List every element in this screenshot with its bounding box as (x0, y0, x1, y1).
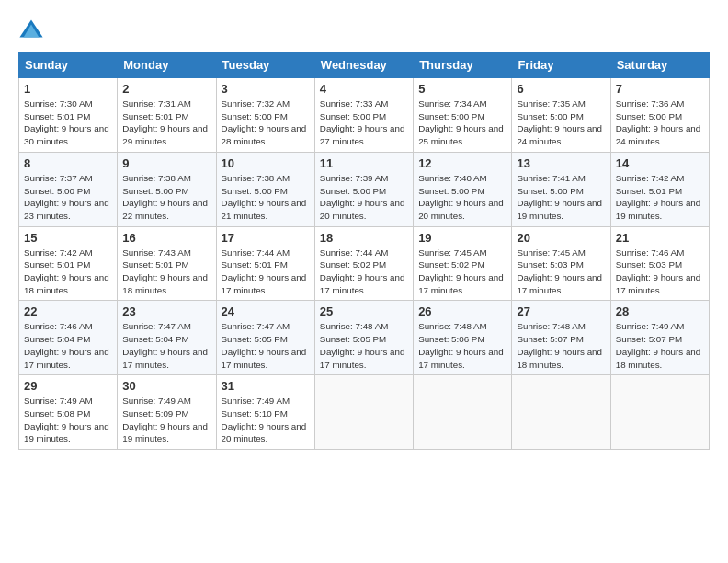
logo (18, 17, 48, 42)
weekday-header-sunday: Sunday (19, 52, 118, 78)
day-info: Sunrise: 7:43 AM Sunset: 5:01 PM Dayligh… (122, 247, 210, 297)
weekday-header-saturday: Saturday (610, 52, 709, 78)
calendar-cell: 10 Sunrise: 7:38 AM Sunset: 5:00 PM Dayl… (216, 152, 314, 226)
day-info: Sunrise: 7:46 AM Sunset: 5:04 PM Dayligh… (24, 320, 112, 371)
day-info: Sunrise: 7:49 AM Sunset: 5:07 PM Dayligh… (616, 320, 704, 371)
week-row-3: 15 Sunrise: 7:42 AM Sunset: 5:01 PM Dayl… (19, 226, 710, 301)
calendar-cell: 30 Sunrise: 7:49 AM Sunset: 5:09 PM Dayl… (118, 375, 216, 450)
day-number: 24 (222, 304, 310, 318)
day-number: 26 (418, 304, 506, 318)
calendar-cell: 4 Sunrise: 7:33 AM Sunset: 5:00 PM Dayli… (314, 78, 413, 153)
day-number: 12 (418, 156, 506, 170)
week-row-1: 1 Sunrise: 7:30 AM Sunset: 5:01 PM Dayli… (19, 78, 710, 153)
day-info: Sunrise: 7:48 AM Sunset: 5:07 PM Dayligh… (517, 320, 605, 371)
day-number: 18 (320, 231, 408, 245)
day-info: Sunrise: 7:46 AM Sunset: 5:03 PM Dayligh… (616, 247, 704, 297)
calendar-cell: 28 Sunrise: 7:49 AM Sunset: 5:07 PM Dayl… (610, 301, 709, 375)
day-number: 17 (222, 231, 310, 245)
calendar-cell: 21 Sunrise: 7:46 AM Sunset: 5:03 PM Dayl… (610, 226, 709, 301)
day-info: Sunrise: 7:49 AM Sunset: 5:09 PM Dayligh… (122, 395, 210, 445)
calendar-cell: 31 Sunrise: 7:49 AM Sunset: 5:10 PM Dayl… (216, 375, 314, 450)
day-number: 31 (222, 379, 310, 393)
day-info: Sunrise: 7:47 AM Sunset: 5:04 PM Dayligh… (122, 320, 210, 371)
calendar-cell: 29 Sunrise: 7:49 AM Sunset: 5:08 PM Dayl… (19, 375, 118, 450)
calendar-cell: 26 Sunrise: 7:48 AM Sunset: 5:06 PM Dayl… (414, 301, 512, 375)
day-number: 30 (122, 379, 210, 393)
day-number: 29 (24, 379, 112, 393)
day-info: Sunrise: 7:40 AM Sunset: 5:00 PM Dayligh… (418, 172, 506, 223)
day-info: Sunrise: 7:39 AM Sunset: 5:00 PM Dayligh… (320, 172, 408, 223)
day-info: Sunrise: 7:45 AM Sunset: 5:03 PM Dayligh… (517, 247, 605, 297)
calendar-cell: 11 Sunrise: 7:39 AM Sunset: 5:00 PM Dayl… (314, 152, 413, 226)
day-number: 5 (418, 82, 506, 96)
weekday-header-row: SundayMondayTuesdayWednesdayThursdayFrid… (19, 52, 710, 78)
day-number: 6 (517, 82, 605, 96)
week-row-4: 22 Sunrise: 7:46 AM Sunset: 5:04 PM Dayl… (19, 301, 710, 375)
day-info: Sunrise: 7:44 AM Sunset: 5:01 PM Dayligh… (222, 247, 310, 297)
logo-icon (18, 17, 44, 42)
day-info: Sunrise: 7:31 AM Sunset: 5:01 PM Dayligh… (122, 98, 210, 148)
day-info: Sunrise: 7:41 AM Sunset: 5:00 PM Dayligh… (517, 172, 605, 223)
calendar-cell: 12 Sunrise: 7:40 AM Sunset: 5:00 PM Dayl… (414, 152, 512, 226)
day-number: 15 (24, 231, 112, 245)
weekday-header-tuesday: Tuesday (216, 52, 314, 78)
calendar-cell: 16 Sunrise: 7:43 AM Sunset: 5:01 PM Dayl… (118, 226, 216, 301)
day-info: Sunrise: 7:45 AM Sunset: 5:02 PM Dayligh… (418, 247, 506, 297)
calendar-cell: 25 Sunrise: 7:48 AM Sunset: 5:05 PM Dayl… (314, 301, 413, 375)
day-number: 23 (122, 304, 210, 318)
header (18, 17, 710, 42)
day-info: Sunrise: 7:33 AM Sunset: 5:00 PM Dayligh… (320, 98, 408, 148)
day-number: 22 (24, 304, 112, 318)
day-info: Sunrise: 7:38 AM Sunset: 5:00 PM Dayligh… (122, 172, 210, 223)
calendar-cell: 8 Sunrise: 7:37 AM Sunset: 5:00 PM Dayli… (19, 152, 118, 226)
day-info: Sunrise: 7:38 AM Sunset: 5:00 PM Dayligh… (222, 172, 310, 223)
calendar-cell: 14 Sunrise: 7:42 AM Sunset: 5:01 PM Dayl… (610, 152, 709, 226)
calendar-cell: 1 Sunrise: 7:30 AM Sunset: 5:01 PM Dayli… (19, 78, 118, 153)
page-container: SundayMondayTuesdayWednesdayThursdayFrid… (0, 0, 728, 459)
calendar-cell (314, 375, 413, 450)
day-info: Sunrise: 7:42 AM Sunset: 5:01 PM Dayligh… (616, 172, 704, 223)
day-number: 10 (222, 156, 310, 170)
day-number: 3 (222, 82, 310, 96)
week-row-5: 29 Sunrise: 7:49 AM Sunset: 5:08 PM Dayl… (19, 375, 710, 450)
day-number: 19 (418, 231, 506, 245)
day-info: Sunrise: 7:49 AM Sunset: 5:08 PM Dayligh… (24, 395, 112, 445)
calendar-cell (610, 375, 709, 450)
calendar-cell: 27 Sunrise: 7:48 AM Sunset: 5:07 PM Dayl… (512, 301, 610, 375)
weekday-header-monday: Monday (118, 52, 216, 78)
calendar-cell: 19 Sunrise: 7:45 AM Sunset: 5:02 PM Dayl… (414, 226, 512, 301)
day-number: 28 (616, 304, 704, 318)
calendar-cell: 7 Sunrise: 7:36 AM Sunset: 5:00 PM Dayli… (610, 78, 709, 153)
day-number: 1 (24, 82, 112, 96)
calendar-cell: 3 Sunrise: 7:32 AM Sunset: 5:00 PM Dayli… (216, 78, 314, 153)
calendar-cell: 23 Sunrise: 7:47 AM Sunset: 5:04 PM Dayl… (118, 301, 216, 375)
weekday-header-friday: Friday (512, 52, 610, 78)
day-number: 8 (24, 156, 112, 170)
calendar-cell: 2 Sunrise: 7:31 AM Sunset: 5:01 PM Dayli… (118, 78, 216, 153)
day-info: Sunrise: 7:32 AM Sunset: 5:00 PM Dayligh… (222, 98, 310, 148)
day-number: 4 (320, 82, 408, 96)
day-info: Sunrise: 7:36 AM Sunset: 5:00 PM Dayligh… (616, 98, 704, 148)
day-number: 13 (517, 156, 605, 170)
day-info: Sunrise: 7:47 AM Sunset: 5:05 PM Dayligh… (222, 320, 310, 371)
weekday-header-wednesday: Wednesday (314, 52, 413, 78)
calendar-cell: 24 Sunrise: 7:47 AM Sunset: 5:05 PM Dayl… (216, 301, 314, 375)
day-number: 2 (122, 82, 210, 96)
day-info: Sunrise: 7:44 AM Sunset: 5:02 PM Dayligh… (320, 247, 408, 297)
day-number: 11 (320, 156, 408, 170)
calendar-cell: 17 Sunrise: 7:44 AM Sunset: 5:01 PM Dayl… (216, 226, 314, 301)
calendar-cell: 9 Sunrise: 7:38 AM Sunset: 5:00 PM Dayli… (118, 152, 216, 226)
day-number: 16 (122, 231, 210, 245)
day-number: 25 (320, 304, 408, 318)
day-number: 7 (616, 82, 704, 96)
day-info: Sunrise: 7:48 AM Sunset: 5:06 PM Dayligh… (418, 320, 506, 371)
day-info: Sunrise: 7:30 AM Sunset: 5:01 PM Dayligh… (24, 98, 112, 148)
calendar-cell: 6 Sunrise: 7:35 AM Sunset: 5:00 PM Dayli… (512, 78, 610, 153)
calendar-cell: 18 Sunrise: 7:44 AM Sunset: 5:02 PM Dayl… (314, 226, 413, 301)
calendar-cell: 22 Sunrise: 7:46 AM Sunset: 5:04 PM Dayl… (19, 301, 118, 375)
calendar-cell (414, 375, 512, 450)
day-number: 9 (122, 156, 210, 170)
day-info: Sunrise: 7:37 AM Sunset: 5:00 PM Dayligh… (24, 172, 112, 223)
day-info: Sunrise: 7:48 AM Sunset: 5:05 PM Dayligh… (320, 320, 408, 371)
calendar-table: SundayMondayTuesdayWednesdayThursdayFrid… (18, 52, 710, 450)
